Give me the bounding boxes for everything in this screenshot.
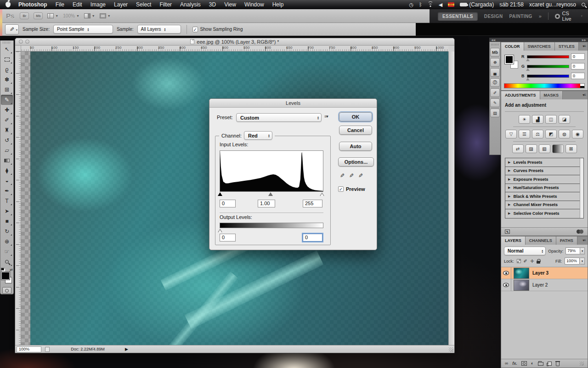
expand-triangle-icon[interactable]: ▶ [508,195,510,198]
menu-item[interactable]: Analysis [176,0,205,9]
green-slider[interactable] [527,65,569,68]
time-machine-icon[interactable]: ◷ [409,2,414,7]
screen-mode-control[interactable]: ▼ [100,13,111,18]
blue-slider[interactable] [527,75,569,78]
layer-style-icon[interactable]: fx. [512,362,517,366]
input-highlight-field[interactable]: 255 [303,200,322,207]
panel-tab[interactable]: SWATCHES [524,42,555,51]
preset-group-row[interactable]: ▶ Channel Mixer Presets [505,201,583,210]
arrange-documents-control[interactable]: ▼ [84,13,95,18]
menu-item[interactable]: Edit [68,0,86,9]
dock-panel-button[interactable]: ✐ [490,88,500,97]
tool-button[interactable]: T [1,196,13,206]
tool-button[interactable]: ✐ [1,115,13,125]
preset-group-row[interactable]: ▶ Exposure Presets [505,175,583,184]
dock-panel-button[interactable]: ✎ [490,98,500,107]
adjustment-icon-button[interactable]: ▨ [526,144,537,153]
panel-tab[interactable]: LAYERS [501,236,526,245]
output-shadow-field[interactable]: 0 [220,234,236,242]
launch-mini-bridge-button[interactable]: Mb [34,12,43,19]
user-menu[interactable]: xcaret gu...reynoso [529,1,576,8]
horizontal-ruler[interactable]: 5010015020025030035040045050055060065070… [21,46,448,52]
input-gamma-field[interactable]: 1.00 [258,200,275,207]
vertical-ruler[interactable] [15,52,21,345]
menu-clock[interactable]: sáb 21:58 [499,1,524,8]
default-colors-icon[interactable] [1,268,4,270]
tool-button[interactable]: ⊞ [1,85,13,95]
adjustment-icon-button[interactable]: ⚖ [532,130,543,138]
workspace-button[interactable]: DESIGN [484,14,503,19]
panel-tab[interactable]: ADJUSTMENTS [501,91,540,99]
preset-group-row[interactable]: ▶ Levels Presets [505,158,583,167]
dock-panel-button[interactable]: ▤ [490,109,500,117]
layer-thumbnail[interactable] [514,280,529,291]
menu-item[interactable]: Select [132,0,155,9]
layer-thumbnail[interactable] [514,268,529,279]
link-layers-icon[interactable]: ∞ [505,361,508,366]
opacity-field[interactable]: 79% [565,247,580,254]
foreground-color-swatch[interactable] [505,55,514,64]
apple-menu-icon[interactable] [6,2,11,7]
adjustment-icon-button[interactable]: ☀ [519,115,530,124]
lock-all-icon[interactable] [537,261,540,264]
dialog-title[interactable]: Levels [209,99,377,108]
sample-dropdown[interactable]: All Layers ▲▼ [137,25,181,34]
output-highlight-field[interactable]: 0 [303,234,322,242]
panel-resize-grip[interactable] [580,362,584,366]
tool-button[interactable]: ✚ [1,105,13,115]
tool-button[interactable]: ↻ [1,226,13,236]
tool-button[interactable]: ■ [1,216,13,226]
tool-button[interactable]: ↖ [1,44,13,54]
preset-options-menu-icon[interactable]: ≡▾ [324,114,328,119]
green-value-field[interactable]: 0 [571,63,585,69]
preview-control[interactable]: ✓ Preview [338,186,365,192]
visibility-cell[interactable] [501,279,511,291]
new-layer-icon[interactable] [548,362,552,366]
new-group-icon[interactable] [538,362,543,366]
preset-group-row[interactable]: ▶ Selective Color Presets [505,209,583,218]
preset-group-row[interactable]: ▶ Curves Presets [505,167,583,176]
layer-row-layer-2[interactable]: Layer 2 [501,279,588,291]
fill-dropdown-arrow[interactable]: ▼ [580,258,585,264]
channel-dropdown[interactable]: Red ▲▼ [244,131,272,140]
dock-panel-button[interactable]: Mb [490,48,500,57]
tool-button[interactable] [1,257,13,267]
sample-size-dropdown[interactable]: Point Sample ▲▼ [53,25,113,34]
highlight-input-slider[interactable] [320,192,324,196]
adjustment-icon-button[interactable]: ☰ [519,130,530,138]
menu-item[interactable]: 3D [205,0,220,9]
current-tool-well[interactable]: ✎▾ [5,24,19,34]
collapse-panels-icon[interactable]: ▶▶ [582,38,586,41]
sampling-ring-control[interactable]: ✓ Show Sampling Ring [192,27,243,32]
opacity-dropdown-arrow[interactable]: ▼ [580,247,585,254]
expand-triangle-icon[interactable]: ▶ [508,178,510,181]
menu-item[interactable]: File [51,0,68,9]
zoom-level-control[interactable]: 100%▼ [63,13,79,18]
visibility-cell[interactable] [501,267,511,279]
menu-item[interactable]: Layer [110,0,132,9]
lock-transparency-icon[interactable] [517,259,521,263]
red-slider[interactable] [527,55,569,58]
cancel-button[interactable]: Cancel [339,126,372,135]
adjustment-icon-button[interactable]: ◫ [545,115,557,124]
workspace-button[interactable]: ESSENTIALS [438,12,478,21]
window-minimize-button[interactable] [25,40,29,44]
status-options-arrow[interactable]: ▶ [125,347,128,351]
auto-button[interactable]: Auto [339,142,372,151]
menu-item[interactable]: Window [240,0,268,9]
workspace-button[interactable]: PAINTING [509,14,532,19]
delete-layer-icon[interactable] [556,362,560,366]
launch-bridge-button[interactable]: Br [20,12,29,19]
tool-button[interactable]: ◒ [1,176,13,186]
vertical-scrollbar[interactable] [448,52,454,345]
preset-group-row[interactable]: ▶ Black & White Presets [505,192,583,201]
expand-triangle-icon[interactable]: ▶ [508,203,510,207]
red-value-field[interactable]: 0 [571,53,585,60]
gray-point-eyedropper-icon[interactable]: ✎ [349,172,354,179]
menu-item[interactable]: Filter [155,0,176,9]
window-close-button[interactable] [19,40,23,44]
tool-button[interactable]: ↺ [1,135,13,145]
dock-collapse-bar[interactable]: ◀◀▶▶ [489,38,588,42]
add-layer-mask-icon[interactable] [521,361,527,366]
tool-button[interactable]: ϱ [1,64,13,75]
